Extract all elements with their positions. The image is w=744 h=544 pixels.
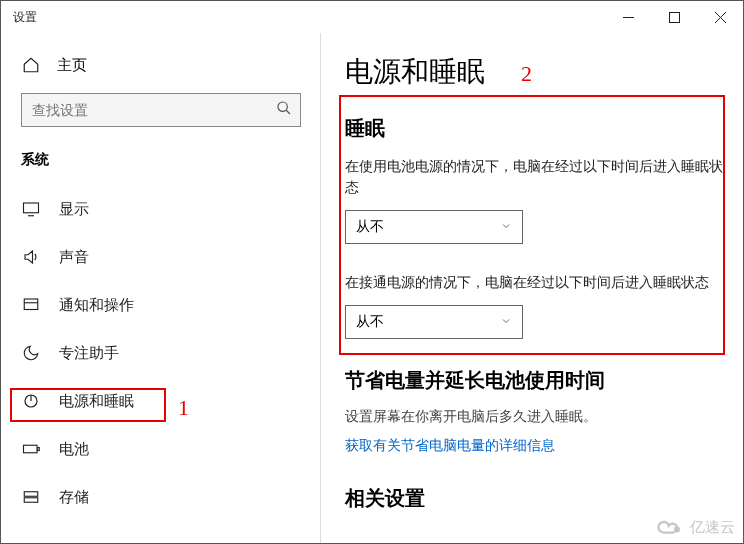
battery-icon (21, 440, 41, 458)
sleep-battery-desc: 在使用电池电源的情况下，电脑在经过以下时间后进入睡眠状态 (345, 156, 723, 198)
home-nav[interactable]: 主页 (21, 45, 320, 85)
power-icon (21, 392, 41, 410)
sidebar-item-label: 电池 (59, 440, 89, 459)
save-power-sub: 设置屏幕在你离开电脑后多久进入睡眠。 (345, 408, 723, 426)
sidebar-item-display[interactable]: 显示 (21, 187, 320, 231)
sleep-heading: 睡眠 (345, 115, 723, 142)
maximize-icon (669, 12, 680, 23)
display-icon (21, 200, 41, 218)
close-icon (715, 12, 726, 23)
save-power-heading: 节省电量并延长电池使用时间 (345, 367, 723, 394)
minimize-button[interactable] (605, 1, 651, 33)
sidebar-item-sound[interactable]: 声音 (21, 235, 320, 279)
home-label: 主页 (57, 56, 87, 75)
sidebar-item-label: 通知和操作 (59, 296, 134, 315)
svg-rect-14 (24, 492, 38, 497)
sleep-plugged-select[interactable]: 从不 (345, 305, 523, 339)
sound-icon (21, 248, 41, 266)
select-value: 从不 (356, 218, 384, 236)
svg-rect-12 (24, 445, 38, 453)
focus-icon (21, 344, 41, 362)
nav-group-header: 系统 (21, 151, 320, 169)
related-heading: 相关设置 (345, 485, 723, 512)
chevron-down-icon (500, 314, 512, 330)
svg-rect-13 (38, 448, 40, 451)
minimize-icon (623, 12, 634, 23)
page-title: 电源和睡眠 (345, 53, 723, 91)
sleep-plugged-desc: 在接通电源的情况下，电脑在经过以下时间后进入睡眠状态 (345, 272, 723, 293)
settings-window: 设置 主页 (0, 0, 744, 544)
svg-rect-1 (669, 12, 679, 22)
window-title: 设置 (13, 9, 37, 26)
maximize-button[interactable] (651, 1, 697, 33)
storage-icon (21, 488, 41, 506)
close-button[interactable] (697, 1, 743, 33)
sidebar-item-power-sleep[interactable]: 电源和睡眠 (21, 379, 320, 423)
notification-icon (21, 296, 41, 314)
sidebar-item-battery[interactable]: 电池 (21, 427, 320, 471)
window-body: 主页 系统 显示 声音 通知和操作 (1, 33, 743, 543)
sidebar-item-storage[interactable]: 存储 (21, 475, 320, 519)
sidebar-item-label: 电源和睡眠 (59, 392, 134, 411)
sidebar-item-label: 存储 (59, 488, 89, 507)
chevron-down-icon (500, 219, 512, 235)
search-box[interactable] (21, 93, 301, 127)
window-controls (605, 1, 743, 33)
svg-rect-8 (24, 299, 38, 310)
sidebar-item-label: 声音 (59, 248, 89, 267)
select-value: 从不 (356, 313, 384, 331)
sidebar-item-label: 显示 (59, 200, 89, 219)
titlebar: 设置 (1, 1, 743, 33)
sidebar-item-label: 专注助手 (59, 344, 119, 363)
svg-rect-15 (24, 498, 38, 503)
sidebar: 主页 系统 显示 声音 通知和操作 (1, 33, 321, 543)
home-icon (21, 56, 41, 74)
search-input[interactable] (32, 102, 276, 118)
save-power-link[interactable]: 获取有关节省电脑电量的详细信息 (345, 437, 555, 455)
save-power-section: 节省电量并延长电池使用时间 设置屏幕在你离开电脑后多久进入睡眠。 获取有关节省电… (345, 367, 723, 455)
search-icon (276, 100, 292, 120)
svg-point-4 (278, 102, 287, 111)
sidebar-item-notifications[interactable]: 通知和操作 (21, 283, 320, 327)
sleep-battery-select[interactable]: 从不 (345, 210, 523, 244)
main-panel: 电源和睡眠 睡眠 在使用电池电源的情况下，电脑在经过以下时间后进入睡眠状态 从不… (321, 33, 743, 543)
svg-rect-6 (24, 203, 39, 213)
sidebar-item-focus[interactable]: 专注助手 (21, 331, 320, 375)
svg-line-5 (286, 110, 290, 114)
